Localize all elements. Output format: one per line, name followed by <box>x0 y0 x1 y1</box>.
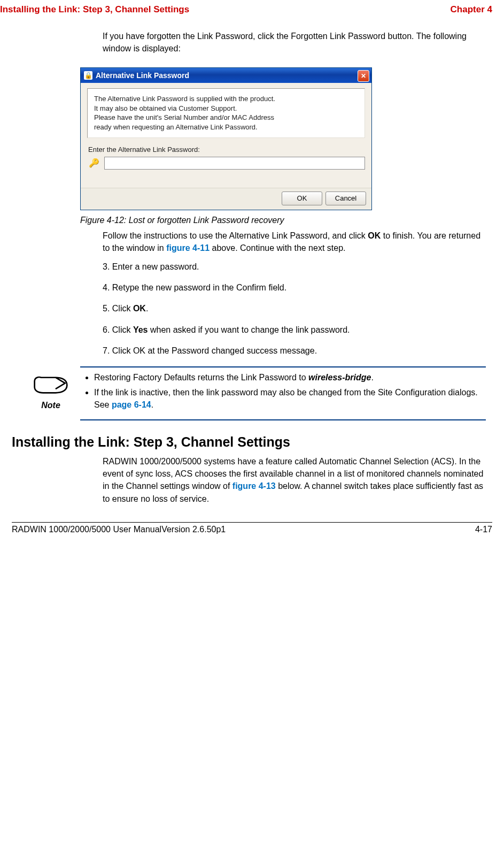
figure-4-11-ref[interactable]: figure 4-11 <box>166 243 210 252</box>
step5-pre: 5. Click <box>103 304 133 313</box>
info-line-2: It may also be obtained via Customer Sup… <box>94 104 358 113</box>
close-icon: ✕ <box>361 72 366 80</box>
follow-paragraph: Follow the instructions to use the Alter… <box>103 229 487 254</box>
note-content: Restoring Factory Defaults returns the L… <box>80 366 486 420</box>
info-line-1: The Alternative Link Password is supplie… <box>94 94 358 104</box>
section-paragraph: RADWIN 1000/2000/5000 systems have a fea… <box>103 455 487 505</box>
note-block: Note Restoring Factory Defaults returns … <box>12 366 492 420</box>
figure-screenshot: 🔒 Alternative Link Password ✕ The Altern… <box>80 67 492 210</box>
step6-yes: Yes <box>133 325 148 334</box>
prompt-label: Enter the Alternative Link Password: <box>88 145 365 154</box>
alt-password-input[interactable] <box>104 157 365 170</box>
page-6-14-ref[interactable]: page 6-14 <box>112 400 151 409</box>
dialog-title: Alternative Link Password <box>96 71 189 80</box>
step6-post: when asked if you want to change the lin… <box>148 325 350 334</box>
step6-pre: 6. Click <box>103 325 133 334</box>
follow-post: above. Continue with the next step. <box>210 243 345 252</box>
header-left: Installing the Link: Step 3, Channel Set… <box>0 4 189 15</box>
page-header: Installing the Link: Step 3, Channel Set… <box>0 0 504 17</box>
key-icon: 🔑 <box>88 157 100 169</box>
intro-paragraph: If you have forgotten the Link Password,… <box>103 30 487 55</box>
footer-rule <box>12 522 492 523</box>
lock-icon: 🔒 <box>84 71 92 80</box>
ok-button[interactable]: OK <box>282 191 322 205</box>
follow-pre: Follow the instructions to use the Alter… <box>103 231 368 240</box>
step-4: 4. Retype the new password in the Confir… <box>103 281 487 294</box>
note1-post: . <box>371 373 373 382</box>
note1-value: wireless-bridge <box>308 373 371 382</box>
header-right: Chapter 4 <box>451 4 492 15</box>
step-7: 7. Click OK at the Password changed succ… <box>103 344 487 357</box>
footer-left: RADWIN 1000/2000/5000 User ManualVersion… <box>12 525 226 534</box>
dialog-info-text: The Alternative Link Password is supplie… <box>87 88 365 137</box>
section-heading: Installing the Link: Step 3, Channel Set… <box>12 434 492 450</box>
step5-ok: OK <box>133 304 146 313</box>
note2-post: . <box>151 400 153 409</box>
dialog-titlebar: 🔒 Alternative Link Password ✕ <box>81 68 371 83</box>
note-bullet-1: Restoring Factory Defaults returns the L… <box>94 372 484 384</box>
close-button[interactable]: ✕ <box>358 70 369 82</box>
pointing-hand-icon <box>32 372 70 399</box>
note-bullet-2: If the link is inactive, then the link p… <box>94 387 484 411</box>
figure-caption: Figure 4-12: Lost or forgotten Link Pass… <box>80 216 492 225</box>
figure-4-13-ref[interactable]: figure 4-13 <box>232 481 276 491</box>
info-line-3: Please have the unit's Serial Number and… <box>94 113 358 122</box>
info-line-4: ready when requesting an Alternative Lin… <box>94 122 358 132</box>
note1-pre: Restoring Factory Defaults returns the L… <box>94 373 308 382</box>
step-3: 3. Enter a new password. <box>103 261 487 273</box>
follow-ok: OK <box>368 231 381 240</box>
cancel-button[interactable]: Cancel <box>325 191 366 205</box>
footer-right: 4-17 <box>475 525 492 534</box>
page-footer: RADWIN 1000/2000/5000 User ManualVersion… <box>0 525 504 540</box>
step-6: 6. Click Yes when asked if you want to c… <box>103 324 487 336</box>
note-label: Note <box>21 401 80 410</box>
alt-link-password-dialog: 🔒 Alternative Link Password ✕ The Altern… <box>80 67 372 210</box>
step5-post: . <box>146 304 148 313</box>
step-5: 5. Click OK. <box>103 302 487 315</box>
